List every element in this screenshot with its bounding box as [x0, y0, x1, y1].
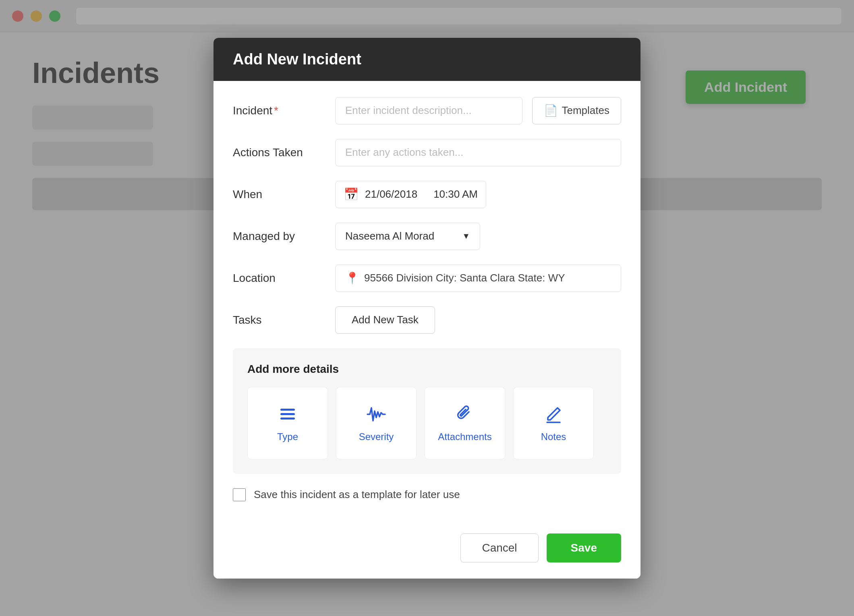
- managed-by-field-row: Managed by Naseema Al Morad ▼: [233, 223, 621, 250]
- tasks-label: Tasks: [233, 314, 325, 327]
- modal-body: Incident* 📄 Templates Actions Taken When…: [214, 81, 640, 533]
- actions-taken-input[interactable]: [335, 139, 621, 166]
- location-input[interactable]: 📍 95566 Division City: Santa Clara State…: [335, 265, 621, 292]
- cancel-button[interactable]: Cancel: [460, 533, 538, 562]
- modal-header: Add New Incident: [214, 38, 640, 81]
- location-field-row: Location 📍 95566 Division City: Santa Cl…: [233, 265, 621, 292]
- detail-card-severity-label: Severity: [359, 431, 394, 442]
- more-details-section: Add more details Type: [233, 348, 621, 474]
- more-details-title: Add more details: [247, 363, 607, 376]
- managed-by-label: Managed by: [233, 230, 325, 243]
- detail-card-severity[interactable]: Severity: [336, 387, 417, 459]
- location-value: 95566 Division City: Santa Clara State: …: [364, 272, 565, 284]
- templates-btn-label: Templates: [562, 104, 610, 117]
- waveform-icon: [366, 404, 387, 425]
- svg-rect-2: [280, 418, 295, 420]
- template-checkbox-label: Save this incident as a template for lat…: [254, 488, 460, 501]
- add-incident-modal: Add New Incident Incident* 📄 Templates A…: [214, 38, 640, 579]
- when-label: When: [233, 188, 325, 201]
- actions-taken-label: Actions Taken: [233, 146, 325, 159]
- detail-card-type-label: Type: [277, 431, 298, 442]
- date-value: 21/06/2018: [365, 188, 417, 201]
- svg-rect-0: [280, 409, 295, 411]
- detail-card-attachments-label: Attachments: [438, 431, 491, 442]
- location-pin-icon: 📍: [345, 271, 359, 285]
- managed-by-value: Naseema Al Morad: [345, 230, 434, 242]
- managed-by-dropdown[interactable]: Naseema Al Morad ▼: [335, 223, 480, 250]
- incident-field-row: Incident* 📄 Templates: [233, 97, 621, 124]
- incident-label: Incident*: [233, 104, 325, 117]
- chevron-down-icon: ▼: [462, 232, 470, 241]
- time-value: 10:30 AM: [433, 188, 478, 201]
- modal-footer: Cancel Save: [214, 533, 640, 579]
- modal-overlay: Add New Incident Incident* 📄 Templates A…: [0, 0, 854, 616]
- detail-card-type[interactable]: Type: [247, 387, 328, 459]
- actions-taken-field-row: Actions Taken: [233, 139, 621, 166]
- pencil-icon: [543, 404, 564, 425]
- when-field-row: When 📅 21/06/2018 10:30 AM: [233, 181, 621, 208]
- datetime-picker[interactable]: 📅 21/06/2018 10:30 AM: [335, 181, 486, 208]
- detail-cards-container: Type Severity: [247, 387, 607, 459]
- required-indicator: *: [274, 104, 278, 117]
- add-new-task-button[interactable]: Add New Task: [335, 306, 435, 334]
- modal-title: Add New Incident: [233, 51, 621, 68]
- detail-card-attachments[interactable]: Attachments: [425, 387, 505, 459]
- location-label: Location: [233, 272, 325, 285]
- templates-button[interactable]: 📄 Templates: [532, 97, 622, 124]
- detail-card-notes-label: Notes: [541, 431, 566, 442]
- template-checkbox-row: Save this incident as a template for lat…: [233, 488, 621, 501]
- list-icon: [277, 404, 298, 425]
- templates-icon: 📄: [544, 104, 558, 117]
- calendar-icon: 📅: [344, 187, 359, 201]
- tasks-field-row: Tasks Add New Task: [233, 306, 621, 334]
- incident-input[interactable]: [335, 97, 522, 124]
- template-checkbox[interactable]: [233, 488, 246, 501]
- paperclip-icon: [454, 404, 475, 425]
- save-button[interactable]: Save: [547, 533, 621, 562]
- detail-card-notes[interactable]: Notes: [513, 387, 594, 459]
- svg-rect-1: [280, 413, 295, 415]
